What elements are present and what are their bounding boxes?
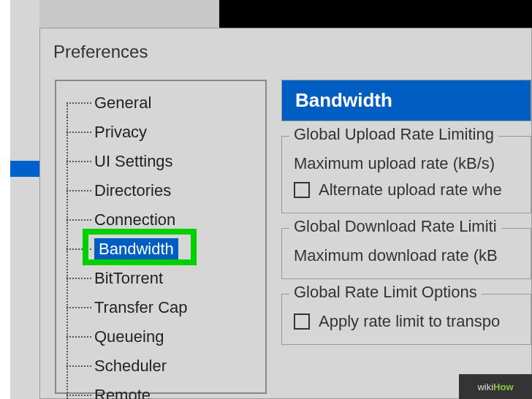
preferences-tree[interactable]: General Privacy UI Settings Directories … (55, 80, 267, 394)
tree-item-label: Transfer Cap (94, 298, 188, 317)
preferences-dialog: Preferences General Privacy UI Settings … (39, 28, 532, 399)
max-download-rate-label: Maximum download rate (kB (294, 246, 519, 265)
max-upload-rate-label: Maximum upload rate (kB/s) (294, 154, 519, 173)
tree-item-remote[interactable]: Remote (56, 381, 265, 399)
download-rate-group: Global Download Rate Limiti Maximum down… (281, 228, 531, 279)
apply-rate-limit-checkbox[interactable] (294, 314, 310, 330)
alternate-upload-rate-row[interactable]: Alternate upload rate whe (294, 180, 519, 200)
section-header: Bandwidth (281, 80, 531, 121)
group-title: Global Upload Rate Limiting (289, 125, 498, 144)
tree-item-label: Queueing (94, 327, 164, 346)
group-title: Global Rate Limit Options (289, 283, 482, 302)
tree-item-ui-settings[interactable]: UI Settings (56, 147, 265, 176)
tree-item-general[interactable]: General (56, 88, 265, 118)
dialog-title: Preferences (53, 42, 148, 62)
tree-item-label: Directories (94, 181, 171, 200)
tree-item-label: BitTorrent (94, 269, 163, 288)
tree-item-bittorrent[interactable]: BitTorrent (56, 264, 265, 293)
wikihow-watermark: wikiHow (459, 374, 532, 399)
tree-item-label: UI Settings (94, 152, 173, 171)
alternate-upload-checkbox[interactable] (294, 182, 310, 198)
tree-item-label: Privacy (94, 123, 147, 142)
tree-item-label: General (94, 94, 151, 113)
tree-item-directories[interactable]: Directories (56, 176, 265, 205)
settings-content: Bandwidth Global Upload Rate Limiting Ma… (281, 80, 531, 394)
tree-item-label: Scheduler (94, 357, 167, 376)
tree-item-connection[interactable]: Connection (56, 205, 265, 235)
app-frame: Preferences General Privacy UI Settings … (0, 0, 532, 399)
apply-rate-limit-label: Apply rate limit to transpo (319, 312, 500, 331)
upload-rate-group: Global Upload Rate Limiting Maximum uplo… (281, 136, 531, 213)
tree-item-privacy[interactable]: Privacy (56, 118, 265, 147)
alternate-upload-label: Alternate upload rate whe (319, 180, 502, 200)
left-sidebar-strip (10, 0, 39, 399)
group-title: Global Download Rate Limiti (289, 217, 501, 236)
tree-item-scheduler[interactable]: Scheduler (56, 352, 265, 381)
tree-item-bandwidth[interactable]: Bandwidth (56, 235, 265, 264)
sidebar-selection-marker (10, 161, 39, 177)
apply-rate-limit-row[interactable]: Apply rate limit to transpo (294, 312, 519, 331)
rate-limit-options-group: Global Rate Limit Options Apply rate lim… (281, 294, 531, 345)
background-window-titlebar (219, 0, 532, 28)
tree-item-label: Connection (94, 210, 175, 229)
left-window-edge (0, 0, 10, 399)
tree-item-queueing[interactable]: Queueing (56, 322, 265, 352)
tree-item-label: Bandwidth (94, 238, 178, 260)
tree-item-transfer-cap[interactable]: Transfer Cap (56, 293, 265, 322)
tree-item-label: Remote (94, 386, 151, 399)
